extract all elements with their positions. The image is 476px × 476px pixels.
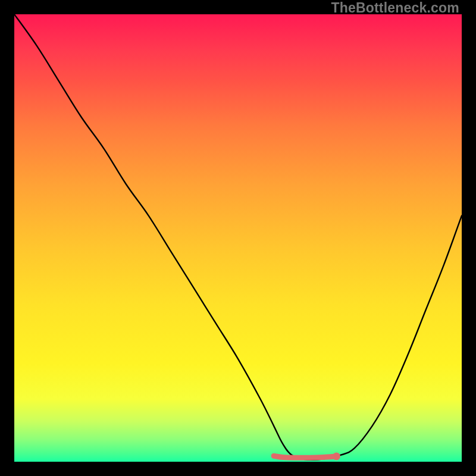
optimal-flat-segment bbox=[274, 456, 336, 458]
watermark-text: TheBottleneck.com bbox=[331, 0, 459, 16]
plot-area bbox=[14, 14, 462, 462]
bottleneck-chart: TheBottleneck.com bbox=[0, 0, 476, 476]
bottleneck-curve bbox=[14, 14, 462, 460]
curve-layer bbox=[14, 14, 462, 462]
optimal-marker bbox=[333, 452, 340, 460]
